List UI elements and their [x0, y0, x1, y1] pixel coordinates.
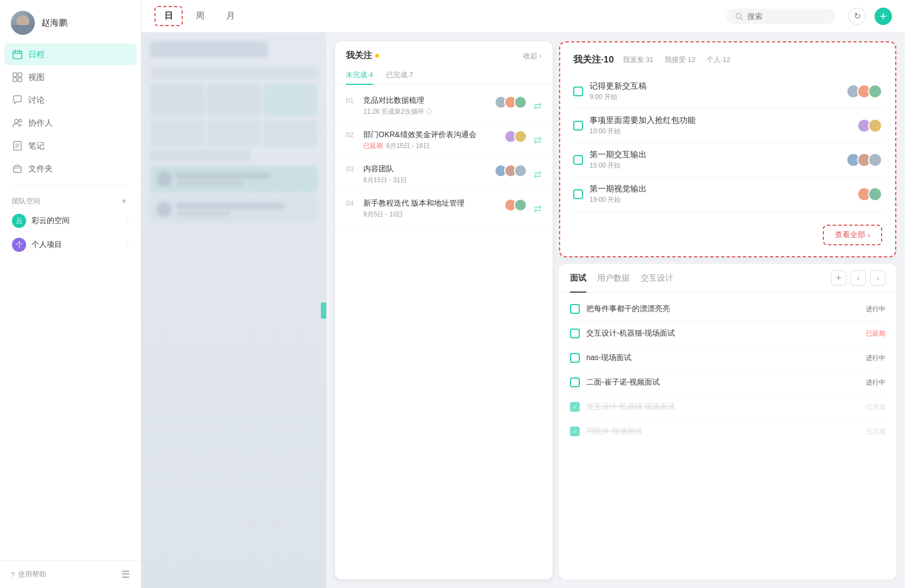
search-input[interactable]	[747, 12, 823, 21]
task-num-1: 01	[346, 96, 357, 104]
proj-status-2: 已延期	[866, 329, 885, 338]
sidebar-item-files[interactable]: 文件夹	[4, 158, 137, 180]
watch-task-1[interactable]: 记得更新交互稿 9:00 开始	[573, 75, 882, 109]
project-tab-ux[interactable]: 交互设计	[641, 271, 673, 286]
chevron-right-icon-view: ›	[867, 231, 870, 239]
task-item-1[interactable]: 01 竞品对比数据梳理 11:26 完成第2次循环 ◇ ⇄	[335, 89, 553, 123]
team-cloud-label: 彩云的空间	[32, 216, 70, 226]
watch-task-info-2: 事项里面需要加入抢红包功能 10:00 开始	[590, 115, 851, 136]
mini-avatar	[868, 153, 882, 167]
sidebar-item-notes[interactable]: 笔记	[4, 135, 137, 157]
task-info-3: 内容团队 8月15日 - 31日	[363, 164, 488, 185]
chevron-right-icon: ›	[127, 217, 129, 225]
watch-task-info-1: 记得更新交互稿 9:00 开始	[590, 81, 840, 102]
proj-status-6: 已完成	[866, 427, 885, 436]
task-info-1: 竞品对比数据梳理 11:26 完成第2次循环 ◇	[363, 96, 488, 116]
task-meta-4: 9月5日 - 10日	[363, 210, 498, 219]
mini-avatar	[514, 199, 527, 212]
main-area: 日 周 月 ↻ +	[141, 0, 905, 588]
watch-checkbox-4[interactable]	[573, 189, 583, 199]
team-item-cloud[interactable]: 云 彩云的空间 ›	[4, 209, 137, 232]
search-box	[727, 9, 835, 24]
svg-point-9	[19, 120, 22, 122]
watch-title: 我关注·10	[573, 53, 614, 66]
watch-tab-received[interactable]: 我接受·12	[665, 55, 696, 65]
project-tab-interview[interactable]: 面试	[570, 271, 586, 286]
help-button[interactable]: ? 使用帮助	[11, 570, 46, 579]
project-tab-userdata[interactable]: 用户数据	[597, 271, 630, 286]
watch-task-name-2: 事项里面需要加入抢红包功能	[590, 115, 851, 126]
sidebar-item-view[interactable]: 视图	[4, 66, 137, 88]
proj-task-4[interactable]: 二面-崔子诺-视频面试 进行中	[570, 370, 885, 395]
proj-checkbox-6[interactable]	[570, 426, 580, 436]
task-name-2: 部门OKR&绩效奖金评价表沟通会	[363, 130, 498, 140]
proj-task-6[interactable]: 冯悦洋-现场面试 已完成	[570, 419, 885, 443]
proj-status-3: 进行中	[866, 354, 885, 363]
proj-task-3[interactable]: nas-现场面试 进行中	[570, 346, 885, 370]
watch-task-info-4: 第一期视觉输出 19:00 开始	[590, 184, 851, 205]
proj-checkbox-4[interactable]	[570, 377, 580, 387]
tab-month[interactable]: 月	[218, 7, 244, 25]
tab-incomplete[interactable]: 未完成·4	[346, 66, 373, 84]
refresh-button[interactable]: ↻	[848, 8, 866, 25]
watch-task-name-3: 第一期交互输出	[590, 150, 840, 160]
project-panel: 面试 用户数据 交互设计 + ‹ › 把每件事都干的漂漂亮亮 进行中	[559, 264, 896, 579]
overdue-tag: 已延期	[363, 141, 383, 151]
view-icon	[12, 72, 23, 83]
task-avatars-2	[504, 130, 527, 143]
discuss-label: 讨论	[28, 95, 45, 106]
proj-task-1[interactable]: 把每件事都干的漂漂亮亮 进行中	[570, 297, 885, 321]
view-all-button[interactable]: 查看全部 ›	[823, 225, 882, 245]
nav-next-button[interactable]: ›	[870, 270, 885, 286]
nav-prev-button[interactable]: ‹	[851, 270, 866, 286]
task-item-3[interactable]: 03 内容团队 8月15日 - 31日 ⇄	[335, 158, 553, 192]
watch-task-avatars-3	[846, 153, 882, 167]
proj-checkbox-5[interactable]	[570, 402, 580, 412]
task-item-4[interactable]: 04 新手教程迭代 版本和地址管理 9月5日 - 10日 ⇄	[335, 192, 553, 226]
task-arrow-icon: ⇄	[534, 100, 542, 112]
team-personal-label: 个人项目	[32, 240, 62, 250]
sidebar-item-collaborator[interactable]: 协作人	[4, 112, 137, 134]
mini-avatar	[514, 96, 527, 109]
focus-title-text: 我关注	[346, 50, 372, 61]
sidebar-item-schedule[interactable]: 日程	[4, 44, 137, 65]
watch-task-4[interactable]: 第一期视觉输出 19:00 开始	[573, 177, 882, 212]
watch-checkbox-1[interactable]	[573, 86, 583, 96]
proj-status-4: 进行中	[866, 378, 885, 387]
team-icon-personal: 个	[12, 238, 26, 252]
menu-icon[interactable]: ☰	[121, 568, 130, 580]
add-team-button[interactable]: +	[119, 196, 129, 206]
proj-checkbox-1[interactable]	[570, 304, 580, 314]
team-item-personal[interactable]: 个 个人项目 ›	[4, 233, 137, 256]
mini-avatar	[868, 187, 882, 201]
proj-checkbox-2[interactable]	[570, 329, 580, 338]
collapse-button[interactable]: 收起 ›	[523, 51, 542, 61]
proj-checkbox-3[interactable]	[570, 353, 580, 363]
add-button[interactable]: +	[875, 8, 892, 25]
team-icon-cloud: 云	[12, 214, 26, 228]
watch-task-3[interactable]: 第一期交互输出 15:00 开始	[573, 143, 882, 177]
proj-task-5[interactable]: 交互设计-机器猫-现场面试 已完成	[570, 395, 885, 419]
svg-rect-14	[14, 166, 21, 172]
watch-task-time-4: 19:00 开始	[590, 195, 851, 205]
svg-rect-6	[13, 78, 17, 82]
watch-checkbox-2[interactable]	[573, 121, 583, 131]
focus-dot	[375, 54, 379, 58]
watch-task-2[interactable]: 事项里面需要加入抢红包功能 10:00 开始	[573, 109, 882, 143]
project-add-button[interactable]: +	[831, 270, 846, 286]
svg-line-16	[741, 17, 743, 20]
tab-day[interactable]: 日	[154, 6, 183, 26]
tab-complete[interactable]: 已完成·7	[386, 66, 413, 84]
task-item-2[interactable]: 02 部门OKR&绩效奖金评价表沟通会 已延期 8月15日 - 16日 ⇄	[335, 123, 553, 158]
mini-avatar	[514, 130, 527, 143]
proj-task-2[interactable]: 交互设计-机器猫-现场面试 已延期	[570, 321, 885, 346]
right-panel: 我关注·10 我派发·31 我接受·12 个人·12 记得更新交互稿 9:00 …	[559, 41, 896, 579]
tab-week[interactable]: 周	[187, 7, 213, 25]
watch-tab-personal[interactable]: 个人·12	[706, 55, 730, 65]
proj-task-name-2: 交互设计-机器猫-现场面试	[586, 329, 859, 338]
watch-tab-dispatched[interactable]: 我派发·31	[623, 55, 654, 65]
team-section-header: 团队空间 +	[4, 191, 137, 209]
sidebar-item-discuss[interactable]: 讨论	[4, 89, 137, 111]
watch-checkbox-3[interactable]	[573, 155, 583, 165]
watch-task-time-2: 10:00 开始	[590, 127, 851, 136]
